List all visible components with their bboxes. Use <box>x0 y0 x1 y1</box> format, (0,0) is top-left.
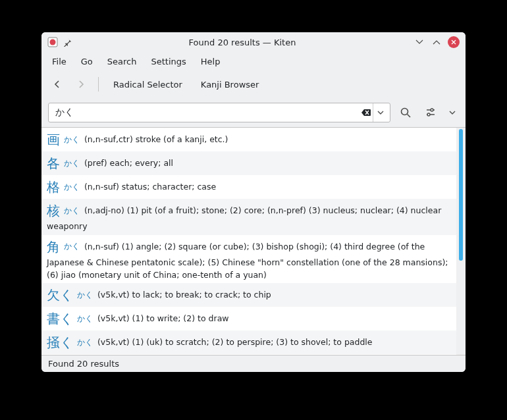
menubar: File Go Search Settings Help <box>41 52 466 70</box>
search-box <box>48 103 390 122</box>
minimize-button[interactable] <box>413 36 426 49</box>
entry-kanji[interactable]: 角 <box>47 239 60 255</box>
entry-reading[interactable]: かく <box>77 290 93 300</box>
toolbar-separator <box>98 77 99 92</box>
entry-kanji[interactable]: 欠く <box>47 287 73 303</box>
svg-point-7 <box>427 113 430 116</box>
search-history-dropdown[interactable] <box>373 103 387 122</box>
entry-reading[interactable]: かく <box>64 182 80 192</box>
entry-definition: (pref) each; every; all <box>82 158 173 168</box>
entry-kanji[interactable]: 各 <box>47 155 60 171</box>
result-entry[interactable]: 核 かく (n,adj-no) (1) pit (of a fruit); st… <box>41 199 456 235</box>
entry-reading[interactable]: かく <box>64 159 80 168</box>
scrollbar-thumb[interactable] <box>459 129 463 261</box>
radical-selector-button[interactable]: Radical Selector <box>107 77 189 92</box>
titlebar: Found 20 results — Kiten <box>41 32 466 52</box>
forward-button[interactable] <box>72 75 90 93</box>
entry-kanji[interactable]: 書く <box>47 311 73 327</box>
close-button[interactable] <box>447 36 460 49</box>
clear-search-icon[interactable] <box>360 106 373 119</box>
entry-reading[interactable]: かく <box>64 242 80 251</box>
entry-definition: (n,n-suf) (1) angle; (2) square (or cube… <box>47 241 448 279</box>
svg-point-1 <box>50 39 56 45</box>
entry-definition: (v5k,vt) (1) to write; (2) to draw <box>95 313 229 323</box>
entry-definition: (n,n-suf,ctr) stroke (of a kanji, etc.) <box>82 134 228 144</box>
entry-definition: (v5k,vt) to lack; to break; to crack; to… <box>95 290 271 300</box>
result-entry[interactable]: 格 かく (n,n-suf) status; character; case <box>41 175 456 199</box>
result-entry[interactable]: 書く かく (v5k,vt) (1) to write; (2) to draw <box>41 307 456 330</box>
entry-kanji[interactable]: 画 <box>47 132 60 147</box>
statusbar: Found 20 results <box>41 355 466 372</box>
svg-point-2 <box>402 109 408 115</box>
toolbar: Radical Selector Kanji Browser <box>41 70 466 98</box>
entry-reading[interactable]: かく <box>64 135 80 144</box>
back-button[interactable] <box>48 75 67 93</box>
result-entry[interactable]: 掻く かく (v5k,vt) (1) (uk) to scratch; (2) … <box>41 330 456 354</box>
entry-reading[interactable]: かく <box>77 338 93 347</box>
kanji-browser-button[interactable]: Kanji Browser <box>194 77 266 92</box>
result-entry[interactable]: 欠く かく (v5k,vt) to lack; to break; to cra… <box>41 283 456 307</box>
results-area: 画 かく (n,n-suf,ctr) stroke (of a kanji, e… <box>41 127 466 355</box>
filter-dropdown[interactable] <box>446 103 459 122</box>
entry-definition: (n,n-suf) status; character; case <box>82 182 216 192</box>
entry-reading[interactable]: かく <box>64 206 80 215</box>
app-icon <box>47 36 59 48</box>
svg-point-5 <box>431 109 433 111</box>
search-input[interactable] <box>54 107 360 118</box>
results-list[interactable]: 画 かく (n,n-suf,ctr) stroke (of a kanji, e… <box>41 128 456 355</box>
window-title: Found 20 results — Kiten <box>76 38 409 47</box>
menu-help[interactable]: Help <box>194 54 227 69</box>
app-window: Found 20 results — Kiten File Go Search … <box>41 32 466 372</box>
entry-kanji[interactable]: 核 <box>47 203 60 219</box>
entry-definition: (n,adj-no) (1) pit (of a fruit); stone; … <box>47 205 441 232</box>
menu-file[interactable]: File <box>45 54 73 69</box>
menu-go[interactable]: Go <box>74 54 99 69</box>
menu-search[interactable]: Search <box>101 54 144 69</box>
scrollbar[interactable] <box>456 128 466 355</box>
entry-kanji[interactable]: 格 <box>47 179 60 195</box>
search-button[interactable] <box>396 103 415 122</box>
entry-definition: (v5k,vt) (1) (uk) to scratch; (2) to per… <box>95 337 373 347</box>
result-entry[interactable]: 角 かく (n,n-suf) (1) angle; (2) square (or… <box>41 235 456 284</box>
filter-button[interactable] <box>421 103 440 122</box>
entry-kanji[interactable]: 掻く <box>47 334 73 350</box>
search-row <box>41 98 466 127</box>
result-entry[interactable]: 画 かく (n,n-suf,ctr) stroke (of a kanji, e… <box>41 128 456 151</box>
pin-icon[interactable] <box>63 38 72 47</box>
status-text: Found 20 results <box>48 359 119 369</box>
result-entry[interactable]: 各 かく (pref) each; every; all <box>41 151 456 175</box>
entry-reading[interactable]: かく <box>77 314 93 323</box>
maximize-button[interactable] <box>430 36 443 49</box>
svg-line-3 <box>408 115 411 118</box>
menu-settings[interactable]: Settings <box>144 54 192 69</box>
